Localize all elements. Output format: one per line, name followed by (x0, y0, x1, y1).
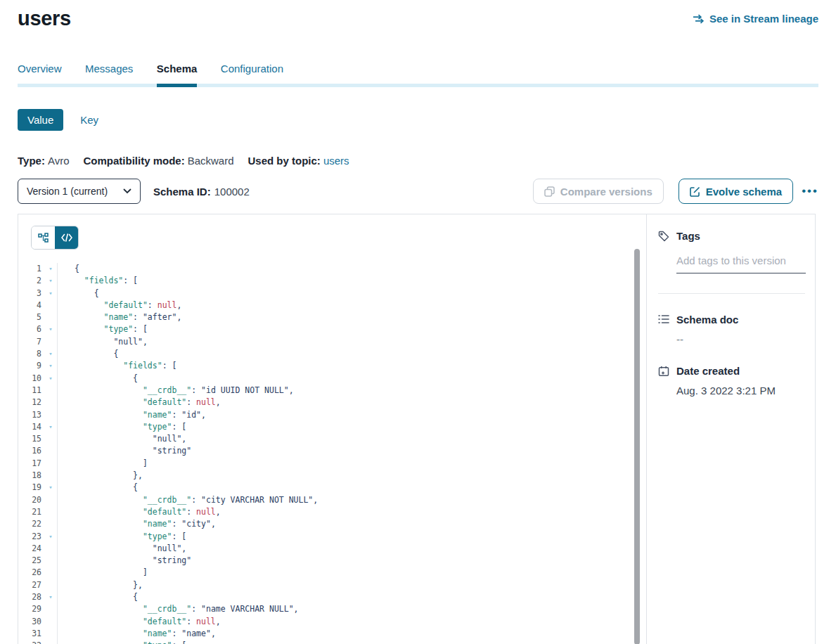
fold-toggle-icon[interactable]: ▾ (44, 263, 58, 275)
line-number: 20 (18, 494, 44, 506)
evolve-schema-button[interactable]: Evolve schema (679, 179, 793, 204)
fold-toggle-icon[interactable]: ▾ (44, 348, 58, 360)
stream-lineage-link[interactable]: See in Stream lineage (693, 13, 818, 25)
tab-messages[interactable]: Messages (85, 63, 133, 87)
vertical-scrollbar[interactable] (634, 249, 640, 644)
code-text: { (58, 263, 79, 275)
compare-versions-button[interactable]: Compare versions (533, 179, 664, 204)
code-text: }, (58, 579, 143, 591)
code-text: "type": [ (58, 640, 186, 644)
line-number: 32 (18, 640, 44, 644)
fold-spacer (44, 336, 58, 348)
code-line: 25"string" (18, 555, 646, 567)
code-line: 7"null", (18, 336, 646, 348)
code-text: "type": [ (58, 323, 148, 335)
fold-toggle-icon[interactable]: ▾ (44, 640, 58, 644)
fold-spacer (44, 397, 58, 408)
line-number: 15 (18, 433, 44, 445)
line-number: 1 (18, 263, 44, 275)
code-text: "name": "id", (58, 409, 206, 421)
code-line: 18}, (18, 470, 646, 482)
code-line: 21"default": null, (18, 506, 646, 518)
version-select[interactable]: Version 1 (current) (18, 179, 141, 204)
schema-sidebar: Tags Schema doc -- (646, 214, 815, 644)
fold-toggle-icon[interactable]: ▾ (44, 421, 58, 433)
key-toggle-button[interactable]: Key (80, 109, 98, 131)
fold-toggle-icon[interactable]: ▾ (44, 591, 58, 603)
tags-heading: Tags (658, 230, 805, 242)
fold-spacer (44, 300, 58, 311)
code-line: 20"__crdb__": "city VARCHAR NOT NULL", (18, 494, 646, 506)
stream-lineage-label: See in Stream lineage (709, 13, 818, 25)
code-line: 28▾{ (18, 591, 646, 603)
line-number: 3 (18, 288, 44, 300)
code-line: 24"null", (18, 543, 646, 555)
line-number: 8 (18, 348, 44, 360)
code-view-button[interactable] (55, 226, 78, 249)
code-line: 14▾"type": [ (18, 421, 646, 433)
fold-toggle-icon[interactable]: ▾ (44, 531, 58, 543)
tab-overview[interactable]: Overview (18, 63, 62, 87)
more-actions-button[interactable]: ••• (802, 179, 818, 204)
schema-editor-panel: 1▾{2▾"fields": [3▾{4"default": null,5"na… (18, 214, 646, 644)
stream-lineage-icon (693, 14, 705, 24)
tab-configuration[interactable]: Configuration (221, 63, 283, 87)
fold-spacer (44, 616, 58, 628)
code-text: "default": null, (58, 397, 221, 408)
fold-toggle-icon[interactable]: ▾ (44, 482, 58, 494)
compatibility-mode: Compatibility mode:Backward (83, 155, 233, 167)
date-created-value: Aug. 3 2022 3:21 PM (676, 385, 805, 397)
value-toggle-button[interactable]: Value (18, 109, 63, 131)
value-key-toggle: Value Key (18, 109, 818, 131)
code-line: 16"string" (18, 445, 646, 457)
code-line: 29"__crdb__": "name VARCHAR NULL", (18, 603, 646, 615)
tree-view-button[interactable] (32, 226, 55, 249)
code-text: { (58, 591, 138, 603)
code-lines: 1▾{2▾"fields": [3▾{4"default": null,5"na… (18, 263, 646, 644)
fold-toggle-icon[interactable]: ▾ (44, 373, 58, 385)
fold-toggle-icon[interactable]: ▾ (44, 288, 58, 300)
line-number: 16 (18, 445, 44, 457)
fold-spacer (44, 555, 58, 567)
page-title: users (18, 7, 71, 30)
code-text: { (58, 373, 138, 385)
code-view-icon (61, 233, 72, 242)
code-text: "__crdb__": "city VARCHAR NOT NULL", (58, 494, 318, 506)
line-number: 5 (18, 311, 44, 323)
date-created-heading: Date created (658, 365, 805, 377)
line-number: 10 (18, 373, 44, 385)
code-line: 31"name": "name", (18, 628, 646, 640)
calendar-plus-icon (658, 366, 669, 377)
edit-icon (690, 186, 700, 197)
line-number: 6 (18, 323, 44, 335)
tags-section: Tags (658, 230, 805, 294)
schema-id: Schema ID:100002 (153, 186, 250, 198)
tab-schema[interactable]: Schema (157, 63, 198, 87)
line-number: 11 (18, 385, 44, 397)
fold-toggle-icon[interactable]: ▾ (44, 275, 58, 287)
version-controls-row: Version 1 (current) Schema ID:100002 Com… (18, 179, 818, 204)
code-text: "null", (58, 336, 148, 348)
fold-toggle-icon[interactable]: ▾ (44, 360, 58, 372)
tags-input[interactable] (676, 255, 806, 273)
code-text: "default": null, (58, 506, 221, 518)
code-text: { (58, 482, 138, 494)
fold-toggle-icon[interactable]: ▾ (44, 323, 58, 335)
code-line: 5"name": "after", (18, 311, 646, 323)
line-number: 30 (18, 616, 44, 628)
fold-spacer (44, 409, 58, 421)
code-line: 23▾"type": [ (18, 531, 646, 543)
line-number: 25 (18, 555, 44, 567)
code-text: "type": [ (58, 531, 186, 543)
code-text: }, (58, 470, 143, 482)
code-line: 32▾"type": [ (18, 640, 646, 644)
code-text: "fields": [ (58, 275, 138, 287)
list-icon (658, 314, 669, 326)
code-text: "fields": [ (58, 360, 176, 372)
schema-id-label: Schema ID: (153, 186, 211, 198)
topic-link[interactable]: users (323, 155, 349, 167)
used-by-topic-label: Used by topic: (248, 155, 321, 167)
tree-view-icon (38, 233, 49, 243)
fold-spacer (44, 470, 58, 482)
code-text: "name": "after", (58, 311, 181, 323)
